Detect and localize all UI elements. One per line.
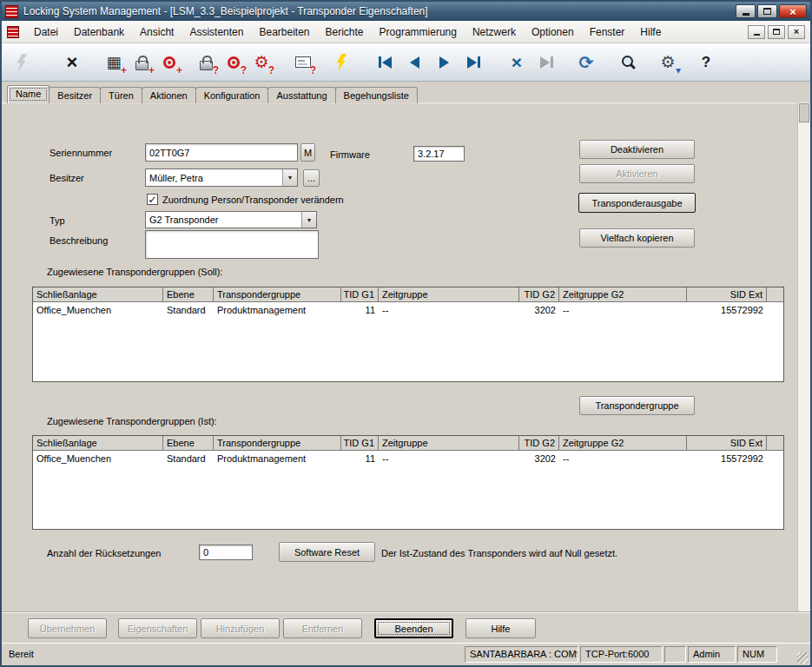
mdi-minimize-button[interactable] [748, 25, 765, 39]
aktivieren-button: Aktivieren [579, 164, 695, 183]
search-button[interactable] [615, 49, 641, 76]
nav-prev-button[interactable] [401, 49, 427, 76]
transpondergruppe-button[interactable]: Transpondergruppe [579, 396, 695, 415]
lock-new-button[interactable]: + [129, 49, 155, 76]
transponderausgabe-button[interactable]: Transponderausgabe [578, 193, 696, 213]
transponder-new-button[interactable]: + [156, 49, 182, 76]
column-header[interactable]: Zeitgruppe [379, 287, 519, 301]
seriennummer-input[interactable] [145, 143, 298, 162]
toolbar: ×▦+++??⚙??×⟳⚙▾? [2, 43, 810, 82]
maximize-icon [763, 8, 771, 15]
resize-grip-icon[interactable] [797, 652, 809, 664]
tab-konfiguration[interactable]: Konfiguration [195, 87, 269, 103]
maximize-button[interactable] [757, 4, 777, 18]
table-row[interactable]: Office_MuenchenStandardProduktmanagement… [33, 302, 783, 317]
vertical-scrollbar[interactable] [797, 102, 810, 613]
column-header[interactable]: Transpondergruppe [214, 436, 341, 450]
typ-combobox[interactable]: G2 Transponder ▼ [145, 211, 317, 228]
column-header[interactable]: Ebene [163, 287, 214, 301]
m-button[interactable]: M [300, 143, 315, 162]
menu-berichte[interactable]: Berichte [318, 23, 372, 42]
menu-assistenten[interactable]: Assistenten [182, 23, 251, 42]
nav-first-button[interactable] [372, 49, 398, 76]
tab-begehungsliste[interactable]: Begehungsliste [335, 87, 418, 103]
help-button[interactable]: ? [693, 49, 719, 76]
menu-items: DateiDatenbankAnsichtAssistentenBearbeit… [26, 23, 748, 42]
menu-bearbeiten[interactable]: Bearbeiten [251, 23, 317, 42]
table-cell: Standard [163, 451, 214, 466]
gear-read-button[interactable]: ⚙? [248, 49, 274, 76]
menu-netzwerk[interactable]: Netzwerk [465, 23, 524, 42]
tab-aktionen[interactable]: Aktionen [142, 87, 196, 103]
soll-table[interactable]: SchließanlageEbeneTranspondergruppeTID G… [32, 287, 784, 382]
zuordnung-checkbox[interactable]: ✓ [147, 194, 158, 205]
besitzer-value: Müller, Petra [149, 173, 282, 183]
hilfe-button[interactable]: Hilfe [465, 618, 536, 638]
lock-read-button[interactable]: ? [193, 49, 219, 76]
menu-programmierung[interactable]: Programmierung [372, 23, 465, 42]
menu-fenster[interactable]: Fenster [582, 23, 633, 42]
eigenschaften-button: Eigenschaften [118, 618, 197, 638]
scrollbar-thumb[interactable] [799, 103, 809, 122]
column-header[interactable]: Transpondergruppe [214, 287, 341, 301]
table-cell: 3202 [519, 451, 559, 466]
nav-next-button[interactable] [431, 49, 457, 76]
close-button[interactable]: × [779, 4, 807, 18]
browse-besitzer-button[interactable]: ... [303, 169, 320, 187]
firmware-value: 3.2.17 [413, 146, 465, 162]
tab-ausstattung[interactable]: Ausstattung [267, 87, 335, 103]
tab-türen[interactable]: Türen [100, 87, 142, 103]
typ-dropdown-icon[interactable]: ▼ [301, 212, 316, 228]
column-header[interactable]: Zeitgruppe G2 [559, 287, 687, 301]
zuordnung-checkbox-label[interactable]: Zuordnung Person/Transponder verändern [162, 195, 344, 205]
table-row[interactable]: Office_MuenchenStandardProduktmanagement… [33, 451, 783, 466]
menu-ansicht[interactable]: Ansicht [132, 23, 182, 42]
table-cell: Produktmanagement [214, 302, 341, 317]
column-header[interactable]: TID G2 [519, 287, 559, 301]
besitzer-combobox[interactable]: Müller, Petra ▼ [145, 168, 298, 187]
menu-optionen[interactable]: Optionen [524, 23, 582, 42]
column-header[interactable]: Ebene [163, 436, 214, 450]
minimize-button[interactable] [736, 4, 756, 18]
tab-besitzer[interactable]: Besitzer [49, 87, 101, 103]
deaktivieren-button[interactable]: Deaktivieren [579, 140, 695, 159]
refresh-button[interactable]: ⟳ [573, 49, 599, 76]
column-header[interactable]: SID Ext [687, 287, 767, 301]
nav-prev-icon [402, 50, 426, 76]
record-cancel-button[interactable]: × [504, 49, 530, 76]
mdi-restore-button[interactable] [768, 25, 785, 39]
tab-name[interactable]: Name [7, 85, 50, 103]
ist-table[interactable]: SchließanlageEbeneTranspondergruppeTID G… [32, 435, 784, 530]
uebernehmen-button: Übernehmen [28, 618, 107, 638]
beschreibung-textarea[interactable] [145, 230, 319, 259]
vielfach-kopieren-button[interactable]: Vielfach kopieren [579, 228, 695, 248]
column-header[interactable]: Schließanlage [33, 287, 163, 301]
transponder-new-icon: + [157, 50, 182, 76]
column-header[interactable]: TID G1 [341, 436, 379, 450]
column-header[interactable]: Zeitgruppe [379, 436, 519, 450]
menu-datei[interactable]: Datei [26, 23, 66, 42]
column-header[interactable]: Schließanlage [33, 436, 163, 450]
ruecksetzungen-input[interactable] [199, 545, 253, 560]
mdi-close-button[interactable]: × [788, 25, 805, 39]
disconnect-button[interactable]: × [59, 49, 85, 76]
matrix-new-button[interactable]: ▦+ [101, 49, 127, 76]
firmware-label: Firmware [330, 149, 370, 160]
filter-gear-button[interactable]: ⚙▾ [655, 49, 681, 76]
column-header[interactable]: Zeitgruppe G2 [559, 436, 687, 450]
footer-separator [2, 611, 810, 613]
nav-last-disabled-button [533, 49, 559, 76]
nav-last-button[interactable] [460, 49, 486, 76]
menu-hilfe[interactable]: Hilfe [632, 23, 669, 42]
beenden-button[interactable]: Beenden [374, 618, 453, 638]
program-flash-button[interactable] [328, 49, 354, 76]
card-read-button[interactable]: ? [290, 49, 316, 76]
column-header[interactable]: TID G1 [341, 287, 379, 301]
software-reset-button[interactable]: Software Reset [279, 542, 375, 562]
menu-datenbank[interactable]: Datenbank [66, 23, 132, 42]
column-header[interactable]: SID Ext [687, 436, 767, 450]
transponder-read-button[interactable]: ? [221, 49, 247, 76]
status-bar: Bereit SANTABARBARA : COM9 TCP-Port:6000… [2, 643, 810, 665]
besitzer-dropdown-icon[interactable]: ▼ [282, 169, 297, 186]
column-header[interactable]: TID G2 [519, 436, 559, 450]
